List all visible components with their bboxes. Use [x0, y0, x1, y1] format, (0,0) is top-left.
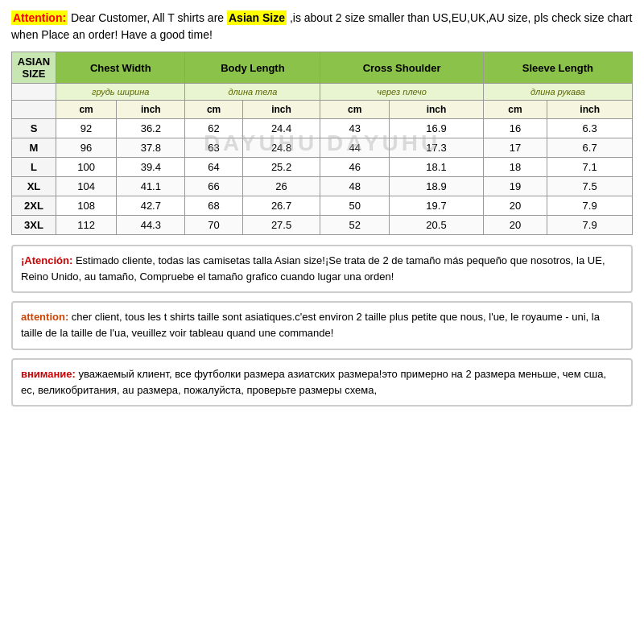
cw-in-xl: 41.1 [117, 177, 185, 196]
cw-in-s: 36.2 [117, 119, 185, 138]
size-2xl: 2XL [12, 196, 56, 216]
attention-notice: Attention: Dear Customer, All T shirts a… [11, 10, 633, 43]
sl-cm-l: 18 [483, 158, 547, 177]
spanish-text: Estimado cliente, todas las camisetas ta… [21, 254, 605, 283]
page-container: Attention: Dear Customer, All T shirts a… [0, 0, 644, 424]
bl-in-s: 24.4 [242, 119, 320, 138]
size-chart-wrapper: DAYUHU DAYUHU ASIAN SIZE Chest Width Bod… [11, 52, 633, 235]
bl-cm-l: 64 [185, 158, 242, 177]
cs-in-2xl: 19.7 [390, 196, 484, 216]
subheader-body: длина тела [185, 84, 320, 101]
subheader-sleeve: длина рукава [483, 84, 632, 101]
cs-cm-2xl: 50 [320, 196, 390, 216]
cs-in-xl: 18.9 [390, 177, 484, 196]
unit-bl-inch: inch [242, 101, 320, 119]
russian-label: внимание: [21, 368, 76, 380]
unit-cs-cm: cm [320, 101, 390, 119]
cw-in-l: 39.4 [117, 158, 185, 177]
bl-in-l: 25.2 [242, 158, 320, 177]
sl-in-l: 7.1 [547, 158, 633, 177]
unit-empty [12, 101, 56, 119]
sl-in-2xl: 7.9 [547, 196, 633, 216]
table-row: M 96 37.8 63 24.8 44 17.3 17 6.7 [12, 138, 633, 158]
french-label: attention: [21, 311, 68, 323]
subheader-shoulder: через плечо [320, 84, 483, 101]
unit-sl-inch: inch [547, 101, 633, 119]
unit-cw-cm: cm [56, 101, 117, 119]
size-m: M [12, 138, 56, 158]
table-row: XL 104 41.1 66 26 48 18.9 19 7.5 [12, 177, 633, 196]
unit-cs-inch: inch [390, 101, 484, 119]
spanish-label: ¡Atención: [21, 254, 72, 266]
col-sleeve-length: Sleeve Length [483, 52, 632, 84]
bl-cm-xl: 66 [185, 177, 242, 196]
unit-sl-cm: cm [483, 101, 547, 119]
table-row: S 92 36.2 62 24.4 43 16.9 16 6.3 [12, 119, 633, 138]
bl-in-xl: 26 [242, 177, 320, 196]
sl-in-s: 6.3 [547, 119, 633, 138]
bl-cm-3xl: 70 [185, 216, 242, 235]
asian-size-highlight: Asian Size [227, 10, 287, 25]
bl-cm-2xl: 68 [185, 196, 242, 216]
sl-in-xl: 7.5 [547, 177, 633, 196]
bl-cm-m: 63 [185, 138, 242, 158]
cs-cm-3xl: 52 [320, 216, 390, 235]
sl-cm-3xl: 20 [483, 216, 547, 235]
subheader-empty [12, 84, 56, 101]
table-row: L 100 39.4 64 25.2 46 18.1 18 7.1 [12, 158, 633, 177]
sl-in-m: 6.7 [547, 138, 633, 158]
cw-in-m: 37.8 [117, 138, 185, 158]
french-text: cher client, tous les t shirts taille so… [21, 311, 600, 339]
table-row: 3XL 112 44.3 70 27.5 52 20.5 20 7.9 [12, 216, 633, 235]
french-notice: attention: cher client, tous les t shirt… [11, 301, 633, 349]
cw-in-2xl: 42.7 [117, 196, 185, 216]
unit-bl-cm: cm [185, 101, 242, 119]
col-cross-shoulder: Cross Shoulder [320, 52, 483, 84]
cw-cm-s: 92 [56, 119, 117, 138]
attention-text-1: Dear Customer, All T shirts are [71, 11, 224, 24]
size-l: L [12, 158, 56, 177]
sl-cm-m: 17 [483, 138, 547, 158]
russian-notice: внимание: уважаемый клиент, все футболки… [11, 358, 633, 407]
subheader-chest: грудь ширина [56, 84, 185, 101]
table-header-row-3: cm inch cm inch cm inch cm inch [12, 101, 633, 119]
bl-cm-s: 62 [185, 119, 242, 138]
table-header-row-1: ASIAN SIZE Chest Width Body Length Cross… [12, 52, 633, 84]
cw-cm-3xl: 112 [56, 216, 117, 235]
cs-in-l: 18.1 [390, 158, 484, 177]
size-s: S [12, 119, 56, 138]
cs-in-m: 17.3 [390, 138, 484, 158]
cw-cm-xl: 104 [56, 177, 117, 196]
col-body-length: Body Length [185, 52, 320, 84]
sl-in-3xl: 7.9 [547, 216, 633, 235]
cs-cm-m: 44 [320, 138, 390, 158]
bl-in-m: 24.8 [242, 138, 320, 158]
attention-label: Attention: [11, 10, 68, 25]
sl-cm-2xl: 20 [483, 196, 547, 216]
cw-cm-m: 96 [56, 138, 117, 158]
size-3xl: 3XL [12, 216, 56, 235]
bl-in-3xl: 27.5 [242, 216, 320, 235]
table-header-row-2: грудь ширина длина тела через плечо длин… [12, 84, 633, 101]
cs-in-3xl: 20.5 [390, 216, 484, 235]
cw-in-3xl: 44.3 [117, 216, 185, 235]
cw-cm-l: 100 [56, 158, 117, 177]
bl-in-2xl: 26.7 [242, 196, 320, 216]
size-chart-table: ASIAN SIZE Chest Width Body Length Cross… [11, 52, 633, 235]
cs-in-s: 16.9 [390, 119, 484, 138]
size-xl: XL [12, 177, 56, 196]
cs-cm-s: 43 [320, 119, 390, 138]
table-row: 2XL 108 42.7 68 26.7 50 19.7 20 7.9 [12, 196, 633, 216]
unit-cw-inch: inch [117, 101, 185, 119]
russian-text: уважаемый клиент, все футболки размера а… [21, 368, 606, 396]
sl-cm-s: 16 [483, 119, 547, 138]
sl-cm-xl: 19 [483, 177, 547, 196]
cs-cm-xl: 48 [320, 177, 390, 196]
cw-cm-2xl: 108 [56, 196, 117, 216]
col-chest-width: Chest Width [56, 52, 185, 84]
col-asian-size: ASIAN SIZE [12, 52, 56, 84]
cs-cm-l: 46 [320, 158, 390, 177]
spanish-notice: ¡Atención: Estimado cliente, todas las c… [11, 245, 633, 293]
